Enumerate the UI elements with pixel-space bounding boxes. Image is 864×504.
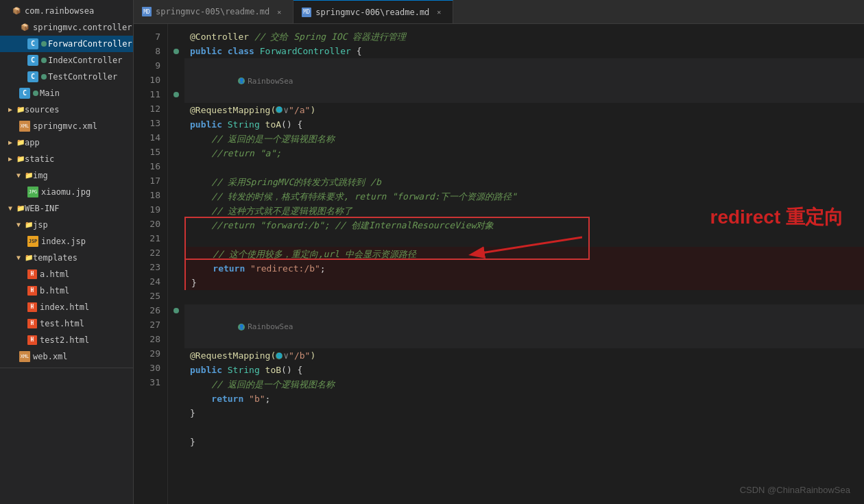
sidebar-item-web-xml[interactable]: XML web.xml <box>0 348 133 365</box>
code-line-27: // 返回的是一个逻辑视图名称 <box>184 377 864 392</box>
folder-icon: ▼ 📁 <box>19 252 30 263</box>
code-line-7: @Controller // 交给 Spring IOC 容器进行管理 <box>184 29 864 44</box>
html-icon: H <box>27 302 37 312</box>
sidebar-item-webinf[interactable]: ▼ 📁 WEB-INF <box>0 200 133 217</box>
sidebar-item-springmvc-controller[interactable]: 📦 springmvc.controller <box>0 19 133 36</box>
code-line-21: return "redirect:/b"; <box>184 261 864 276</box>
gutter <box>168 24 184 504</box>
sidebar-item-index-controller[interactable]: C IndexController <box>0 52 133 69</box>
code-line-26: public String toB() { <box>184 363 864 377</box>
code-line-13: //return "a"; <box>184 146 864 160</box>
code-line-10: @RequestMapping(🌐∨"/a") <box>184 103 864 117</box>
package-icon: 📦 <box>11 5 22 16</box>
sidebar-item-test-controller[interactable]: C TestController <box>0 69 133 85</box>
sidebar-item-test2-html[interactable]: H test2.html <box>0 332 133 348</box>
md-icon: MD <box>302 8 311 17</box>
html-icon: H <box>27 319 37 328</box>
sidebar-item-static[interactable]: ▶ 📁 static <box>0 151 133 167</box>
sidebar-item-templates[interactable]: ▼ 📁 templates <box>0 250 133 266</box>
file-tree: 📦 com.rainbowsea 📦 springmvc.controller … <box>0 0 134 504</box>
code-line-14 <box>184 160 864 175</box>
html-icon: H <box>27 269 37 279</box>
code-line-20: // 这个使用较多，重定向,url 中会显示资源路径 <box>184 247 864 261</box>
code-line-15: // 采用SpringMVC的转发方式跳转到 /b <box>184 175 864 189</box>
code-line-28: return "b"; <box>184 392 864 406</box>
code-line-19 <box>184 232 864 247</box>
jpg-icon: JPG <box>27 187 38 197</box>
sidebar-item-img[interactable]: ▼ 📁 img <box>0 167 133 184</box>
tab-close-2[interactable]: ✕ <box>433 7 444 18</box>
folder-icon: ▼ 📁 <box>19 170 30 181</box>
class-icon: C <box>27 55 38 66</box>
xml-icon: XML <box>19 121 30 132</box>
sidebar-item-com[interactable]: 📦 com.rainbowsea <box>0 3 133 19</box>
sidebar-item-test-html[interactable]: H test.html <box>0 315 133 332</box>
sidebar-item-jsp[interactable]: ▼ 📁 jsp <box>0 217 133 233</box>
tab-springmvc-006[interactable]: MD springmvc-006\readme.md ✕ <box>293 0 453 23</box>
sidebar-item-index-jsp[interactable]: JSP index.jsp <box>0 233 133 250</box>
html-icon: H <box>27 335 37 345</box>
tab-close-1[interactable]: ✕ <box>274 6 285 17</box>
breakpoint-icon[interactable] <box>173 49 179 54</box>
code-line-8: public class ForwardController { <box>184 44 864 58</box>
code-line-11: public String toA() { <box>184 117 864 132</box>
folder-icon: ▶ 📁 <box>11 104 22 115</box>
sidebar-item-a-html[interactable]: H a.html <box>0 266 133 283</box>
package-icon: 📦 <box>19 22 30 33</box>
code-line-22: } <box>184 276 864 290</box>
watermark: CSDN @ChinaRainbowSea <box>740 483 850 497</box>
editor-area: 7 8 9 10 11 12 13 14 15 16 17 18 19 20 2… <box>134 24 864 504</box>
sidebar-item-xiaomu[interactable]: JPG xiaomu.jpg <box>0 184 133 200</box>
main-content: MD springmvc-005\readme.md ✕ MD springmv… <box>134 0 864 504</box>
tab-bar: MD springmvc-005\readme.md ✕ MD springmv… <box>134 0 864 24</box>
breakpoint-icon[interactable] <box>173 308 179 313</box>
html-icon: H <box>27 286 37 296</box>
folder-icon: ▶ 📁 <box>11 137 22 148</box>
code-line-9: 👤 RainbowSea <box>184 58 864 103</box>
folder-icon: ▼ 📁 <box>11 203 22 214</box>
redirect-annotation: redirect 重定向 <box>710 210 844 224</box>
sidebar-item-app[interactable]: ▶ 📁 app <box>0 134 133 151</box>
xml-icon: XML <box>19 351 30 362</box>
breakpoint-icon[interactable] <box>173 92 179 97</box>
sidebar-item-forward-controller[interactable]: C ForwardController <box>0 36 133 52</box>
tab-springmvc-005[interactable]: MD springmvc-005\readme.md ✕ <box>134 0 293 23</box>
line-numbers: 7 8 9 10 11 12 13 14 15 16 17 18 19 20 2… <box>134 24 168 504</box>
md-icon: MD <box>142 7 152 16</box>
sidebar-item-index-html[interactable]: H index.html <box>0 299 133 315</box>
sidebar-item-sources[interactable]: ▶ 📁 sources <box>0 101 133 118</box>
code-line-30 <box>184 420 864 435</box>
folder-icon: ▼ 📁 <box>19 219 30 230</box>
class-icon: C <box>27 71 38 82</box>
code-editor[interactable]: @Controller // 交给 Spring IOC 容器进行管理 publ… <box>184 24 864 504</box>
code-line-29: } <box>184 406 864 420</box>
code-line-25: @RequestMapping(🌐∨"/b") <box>184 348 864 363</box>
class-icon: C <box>19 88 30 99</box>
sidebar-item-springmvc-xml[interactable]: XML springmvc.xml <box>0 118 133 134</box>
code-line-12: // 返回的是一个逻辑视图名称 <box>184 132 864 146</box>
sidebar-item-b-html[interactable]: H b.html <box>0 283 133 299</box>
code-line-31: } <box>184 435 864 449</box>
sidebar-item-main[interactable]: C Main <box>0 85 133 101</box>
code-line-24: 👤 RainbowSea <box>184 304 864 349</box>
code-line-23 <box>184 290 864 304</box>
jsp-icon: JSP <box>27 236 38 247</box>
class-icon: C <box>27 38 38 49</box>
code-line-16: // 转发的时候，格式有特殊要求, return "forward:下一个资源的… <box>184 189 864 204</box>
folder-icon: ▶ 📁 <box>11 154 22 165</box>
